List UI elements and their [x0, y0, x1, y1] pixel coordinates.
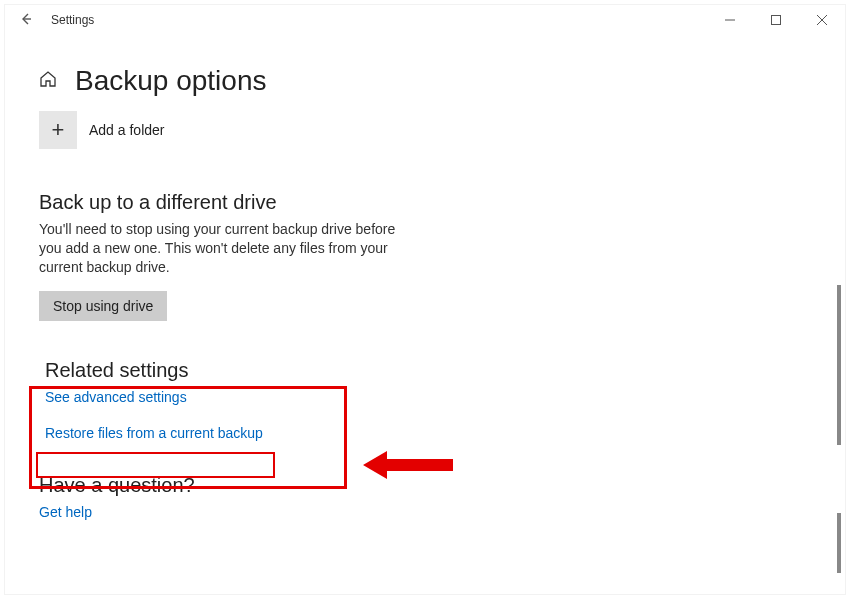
- content-area: Backup options + Add a folder Back up to…: [5, 35, 845, 521]
- plus-icon[interactable]: +: [39, 111, 77, 149]
- scroll-thumb[interactable]: [837, 513, 841, 573]
- different-drive-heading: Back up to a different drive: [39, 191, 811, 214]
- maximize-button[interactable]: [753, 5, 799, 35]
- back-icon[interactable]: [19, 12, 33, 29]
- svg-rect-2: [772, 16, 781, 25]
- restore-files-link[interactable]: Restore files from a current backup: [45, 425, 263, 441]
- page-title: Backup options: [75, 65, 266, 97]
- different-drive-body: You'll need to stop using your current b…: [39, 220, 419, 277]
- related-settings-heading: Related settings: [45, 359, 805, 382]
- see-advanced-settings-link[interactable]: See advanced settings: [45, 389, 187, 405]
- page-header: Backup options: [39, 65, 811, 97]
- get-help-link[interactable]: Get help: [39, 504, 92, 520]
- add-folder-label: Add a folder: [89, 122, 165, 138]
- settings-window: Settings Backup options + Add a folder B…: [5, 5, 845, 594]
- stop-using-drive-button[interactable]: Stop using drive: [39, 291, 167, 321]
- scroll-thumb[interactable]: [837, 285, 841, 445]
- add-folder-row[interactable]: + Add a folder: [39, 111, 811, 149]
- related-settings-group: Related settings See advanced settings R…: [39, 353, 811, 456]
- home-icon[interactable]: [39, 70, 57, 93]
- minimize-button[interactable]: [707, 5, 753, 35]
- app-title: Settings: [51, 13, 94, 27]
- titlebar: Settings: [5, 5, 845, 35]
- window-controls: [707, 5, 845, 35]
- scrollbar[interactable]: [837, 43, 841, 585]
- close-button[interactable]: [799, 5, 845, 35]
- have-a-question-heading: Have a question?: [39, 474, 811, 497]
